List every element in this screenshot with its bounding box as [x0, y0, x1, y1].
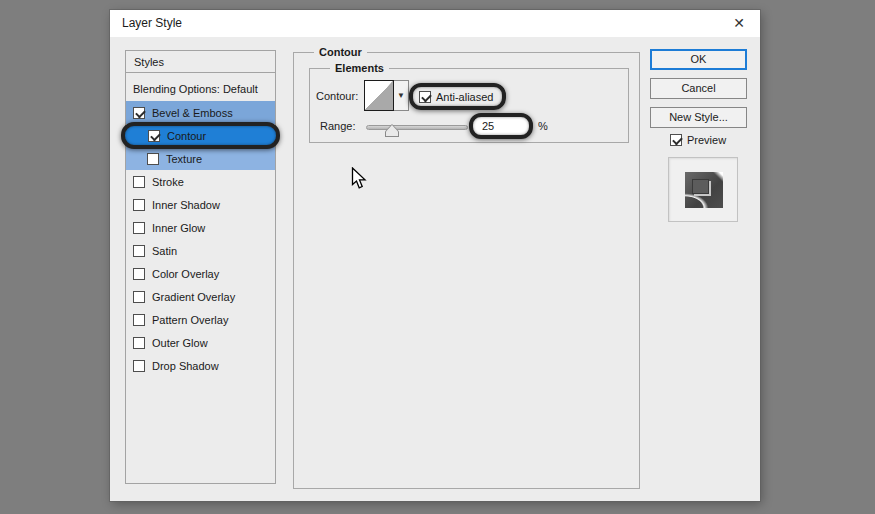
style-item-drop-shadow[interactable]: Drop Shadow: [126, 354, 275, 377]
style-item-gradient-overlay[interactable]: Gradient Overlay: [126, 285, 275, 308]
bevel-preview-image: [685, 172, 723, 208]
contour-swatch[interactable]: [364, 80, 394, 111]
style-item-checkbox[interactable]: [148, 130, 160, 142]
styles-header: Styles: [126, 51, 275, 73]
style-item-blending-options-default[interactable]: Blending Options: Default: [126, 76, 275, 101]
contour-group: Contour Elements Contour: ▼ Anti-aliased…: [293, 52, 640, 489]
contour-label: Contour:: [316, 90, 358, 102]
style-item-checkbox[interactable]: [133, 199, 145, 211]
styles-list: Blending Options: DefaultBevel & EmbossC…: [126, 73, 275, 377]
style-item-checkbox[interactable]: [133, 360, 145, 372]
style-item-label: Inner Shadow: [152, 199, 220, 211]
style-item-inner-shadow[interactable]: Inner Shadow: [126, 193, 275, 216]
style-item-checkbox[interactable]: [133, 222, 145, 234]
style-item-color-overlay[interactable]: Color Overlay: [126, 262, 275, 285]
style-item-label: Inner Glow: [152, 222, 205, 234]
mouse-cursor: [351, 167, 368, 190]
layer-style-dialog: Layer Style ✕ Styles Blending Options: D…: [110, 10, 760, 501]
range-slider-track[interactable]: [366, 125, 468, 130]
style-item-checkbox[interactable]: [133, 107, 145, 119]
antialiased-annotation-ring: Anti-aliased: [409, 83, 506, 110]
style-preview-thumbnail: [668, 157, 738, 222]
style-item-bevel-emboss[interactable]: Bevel & Emboss: [126, 101, 275, 124]
ok-button[interactable]: OK: [650, 49, 747, 70]
style-item-label: Bevel & Emboss: [152, 107, 233, 119]
antialiased-checkbox[interactable]: [419, 91, 431, 103]
style-item-inner-glow[interactable]: Inner Glow: [126, 216, 275, 239]
style-item-outer-glow[interactable]: Outer Glow: [126, 331, 275, 354]
preview-toggle: Preview: [670, 134, 726, 146]
range-value-input[interactable]: 25: [469, 113, 533, 139]
preview-label: Preview: [687, 134, 726, 146]
style-item-label: Outer Glow: [152, 337, 208, 349]
style-item-label: Drop Shadow: [152, 360, 219, 372]
style-item-label: Stroke: [152, 176, 184, 188]
dialog-title: Layer Style: [122, 10, 182, 37]
close-icon[interactable]: ✕: [722, 10, 756, 37]
range-slider-thumb[interactable]: [385, 124, 399, 137]
antialiased-label: Anti-aliased: [436, 91, 493, 103]
style-item-contour[interactable]: Contour: [121, 122, 280, 149]
chevron-down-icon[interactable]: ▼: [394, 80, 409, 111]
cancel-button[interactable]: Cancel: [650, 78, 747, 99]
style-item-checkbox[interactable]: [133, 314, 145, 326]
style-item-label: Gradient Overlay: [152, 291, 235, 303]
styles-sidebar: Styles Blending Options: DefaultBevel & …: [125, 50, 276, 484]
style-item-checkbox[interactable]: [133, 291, 145, 303]
titlebar: Layer Style ✕: [110, 10, 760, 37]
style-item-label: Pattern Overlay: [152, 314, 228, 326]
style-item-checkbox[interactable]: [133, 268, 145, 280]
contour-group-title: Contour: [314, 46, 367, 59]
style-item-label: Texture: [166, 153, 202, 165]
style-item-checkbox[interactable]: [133, 176, 145, 188]
style-item-checkbox[interactable]: [133, 337, 145, 349]
new-style-button[interactable]: New Style...: [650, 107, 747, 128]
elements-group-title: Elements: [330, 62, 389, 75]
range-unit: %: [538, 120, 548, 132]
preview-checkbox[interactable]: [670, 134, 682, 146]
elements-group: Elements Contour: ▼ Anti-aliased Range: …: [309, 68, 629, 143]
style-item-texture[interactable]: Texture: [126, 147, 275, 170]
style-item-satin[interactable]: Satin: [126, 239, 275, 262]
style-item-label: Satin: [152, 245, 177, 257]
range-label: Range:: [320, 120, 355, 132]
style-item-label: Blending Options: Default: [133, 83, 258, 95]
style-item-label: Contour: [167, 130, 206, 142]
style-item-label: Color Overlay: [152, 268, 219, 280]
style-item-stroke[interactable]: Stroke: [126, 170, 275, 193]
style-item-checkbox[interactable]: [147, 153, 159, 165]
style-item-checkbox[interactable]: [133, 245, 145, 257]
style-item-pattern-overlay[interactable]: Pattern Overlay: [126, 308, 275, 331]
